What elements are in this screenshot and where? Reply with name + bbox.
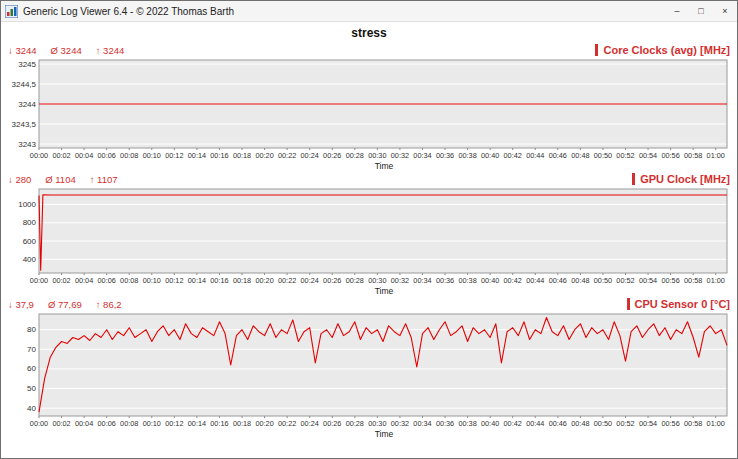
max-arrow-icon: ↑ (96, 299, 101, 310)
svg-text:00:28: 00:28 (346, 419, 364, 428)
svg-text:00:32: 00:32 (391, 151, 409, 160)
chart-header: ↓ 3244 Ø 3244 ↑ 3244 Core Clocks (avg) [… (6, 43, 732, 57)
svg-text:00:26: 00:26 (323, 419, 341, 428)
svg-text:3244: 3244 (18, 100, 36, 109)
svg-text:00:38: 00:38 (458, 419, 476, 428)
svg-text:00:06: 00:06 (98, 151, 116, 160)
svg-text:00:20: 00:20 (255, 276, 273, 285)
svg-text:00:56: 00:56 (661, 276, 679, 285)
svg-text:00:02: 00:02 (52, 276, 70, 285)
svg-text:00:40: 00:40 (481, 419, 499, 428)
svg-text:00:48: 00:48 (571, 419, 589, 428)
svg-text:00:24: 00:24 (301, 419, 319, 428)
stat-max: ↑ 86,2 (96, 299, 122, 310)
svg-text:00:50: 00:50 (594, 419, 612, 428)
plot-area[interactable]: 405060708000:0000:0200:0400:0600:0800:10… (6, 311, 732, 429)
svg-text:800: 800 (23, 218, 37, 227)
svg-text:00:46: 00:46 (549, 419, 567, 428)
chart-panel-core-clocks: ↓ 3244 Ø 3244 ↑ 3244 Core Clocks (avg) [… (1, 42, 737, 171)
svg-text:00:26: 00:26 (323, 276, 341, 285)
svg-text:00:20: 00:20 (255, 151, 273, 160)
app-icon (5, 5, 18, 18)
svg-text:00:08: 00:08 (120, 276, 138, 285)
chart-title: GPU Clock [MHz] (632, 173, 730, 185)
svg-text:00:36: 00:36 (436, 419, 454, 428)
svg-text:00:16: 00:16 (210, 419, 228, 428)
close-button[interactable]: × (713, 1, 737, 21)
svg-text:00:34: 00:34 (413, 276, 431, 285)
svg-text:00:58: 00:58 (684, 419, 702, 428)
avg-icon: Ø (45, 174, 52, 185)
svg-text:00:14: 00:14 (188, 419, 206, 428)
svg-text:00:12: 00:12 (165, 151, 183, 160)
svg-text:00:02: 00:02 (52, 151, 70, 160)
stat-avg: Ø 77,69 (48, 299, 82, 310)
svg-text:00:14: 00:14 (188, 151, 206, 160)
svg-text:00:30: 00:30 (368, 151, 386, 160)
max-arrow-icon: ↑ (90, 174, 95, 185)
svg-text:00:24: 00:24 (301, 151, 319, 160)
svg-text:00:16: 00:16 (210, 276, 228, 285)
minimize-button[interactable]: – (665, 1, 689, 21)
svg-text:00:34: 00:34 (413, 151, 431, 160)
svg-text:00:44: 00:44 (526, 151, 544, 160)
max-arrow-icon: ↑ (96, 45, 101, 56)
svg-text:00:36: 00:36 (436, 276, 454, 285)
svg-text:00:28: 00:28 (346, 151, 364, 160)
plot-area[interactable]: 400600800100000:0000:0200:0400:0600:0800… (6, 186, 732, 286)
svg-text:00:04: 00:04 (75, 151, 93, 160)
svg-text:00:58: 00:58 (684, 151, 702, 160)
stat-min: ↓ 3244 (8, 45, 37, 56)
svg-text:70: 70 (27, 345, 36, 354)
min-arrow-icon: ↓ (8, 299, 13, 310)
svg-text:00:10: 00:10 (143, 151, 161, 160)
svg-text:00:44: 00:44 (526, 419, 544, 428)
svg-text:00:58: 00:58 (684, 276, 702, 285)
svg-text:00:04: 00:04 (75, 419, 93, 428)
gpu-clock-chart[interactable]: 400600800100000:0000:0200:0400:0600:0800… (6, 186, 732, 286)
svg-text:00:46: 00:46 (549, 151, 567, 160)
svg-text:00:38: 00:38 (458, 151, 476, 160)
titlebar: Generic Log Viewer 6.4 - © 2022 Thomas B… (1, 1, 737, 22)
svg-text:3243,5: 3243,5 (12, 120, 37, 129)
svg-text:600: 600 (23, 237, 37, 246)
svg-text:1000: 1000 (18, 200, 36, 209)
svg-text:00:34: 00:34 (413, 419, 431, 428)
svg-text:00:22: 00:22 (278, 151, 296, 160)
svg-text:00:18: 00:18 (233, 151, 251, 160)
avg-icon: Ø (48, 299, 55, 310)
chart-panel-gpu-clock: ↓ 280 Ø 1104 ↑ 1107 GPU Clock [MHz] 4006… (1, 171, 737, 296)
svg-text:3243: 3243 (18, 140, 36, 149)
chart-stats: ↓ 280 Ø 1104 ↑ 1107 (8, 174, 118, 185)
core-clocks-chart[interactable]: 32433243,532443244,5324500:0000:0200:040… (6, 57, 732, 161)
chart-panel-cpu-sensor: ↓ 37,9 Ø 77,69 ↑ 86,2 CPU Sensor 0 [°C] … (1, 296, 737, 439)
svg-text:00:14: 00:14 (188, 276, 206, 285)
plot-area[interactable]: 32433243,532443244,5324500:0000:0200:040… (6, 57, 732, 161)
svg-text:00:10: 00:10 (143, 419, 161, 428)
chart-title: Core Clocks (avg) [MHz] (595, 44, 730, 56)
svg-text:00:22: 00:22 (278, 419, 296, 428)
svg-text:00:54: 00:54 (639, 419, 657, 428)
svg-text:00:30: 00:30 (368, 419, 386, 428)
svg-text:00:50: 00:50 (594, 276, 612, 285)
stat-min: ↓ 37,9 (8, 299, 34, 310)
svg-text:00:36: 00:36 (436, 151, 454, 160)
svg-text:00:56: 00:56 (661, 151, 679, 160)
svg-text:00:48: 00:48 (571, 151, 589, 160)
x-axis-label: Time (6, 429, 732, 439)
maximize-button[interactable]: □ (689, 1, 713, 21)
stat-avg: Ø 3244 (51, 45, 82, 56)
svg-text:00:46: 00:46 (549, 276, 567, 285)
svg-text:00:12: 00:12 (165, 276, 183, 285)
svg-text:00:28: 00:28 (346, 276, 364, 285)
svg-text:00:12: 00:12 (165, 419, 183, 428)
svg-text:00:08: 00:08 (120, 151, 138, 160)
svg-text:00:38: 00:38 (458, 276, 476, 285)
stat-avg: Ø 1104 (45, 174, 75, 185)
cpu-sensor-chart[interactable]: 405060708000:0000:0200:0400:0600:0800:10… (6, 311, 732, 429)
svg-text:00:32: 00:32 (391, 276, 409, 285)
svg-text:00:22: 00:22 (278, 276, 296, 285)
svg-text:80: 80 (27, 325, 36, 334)
svg-text:00:52: 00:52 (616, 151, 634, 160)
svg-text:3245: 3245 (18, 60, 36, 69)
